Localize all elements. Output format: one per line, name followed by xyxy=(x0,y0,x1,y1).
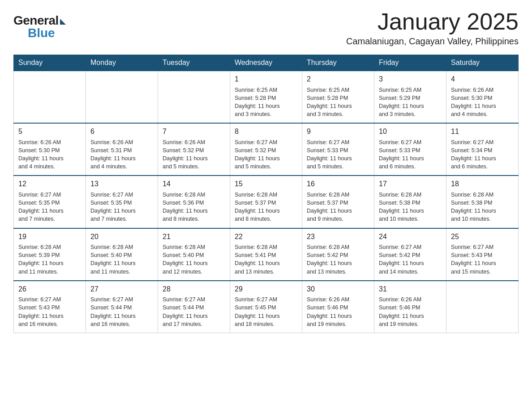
day-cell: 17Sunrise: 6:28 AMSunset: 5:38 PMDayligh… xyxy=(374,176,446,228)
day-number: 5 xyxy=(18,127,81,137)
day-cell: 23Sunrise: 6:28 AMSunset: 5:42 PMDayligh… xyxy=(302,228,374,281)
day-number: 7 xyxy=(163,127,225,137)
weekday-header-tuesday: Tuesday xyxy=(158,55,230,71)
month-title: January 2025 xyxy=(346,9,519,34)
day-number: 31 xyxy=(379,284,442,294)
day-cell: 7Sunrise: 6:26 AMSunset: 5:32 PMDaylight… xyxy=(158,123,230,176)
day-number: 30 xyxy=(307,284,369,294)
day-info: Sunrise: 6:25 AMSunset: 5:29 PMDaylight:… xyxy=(379,87,424,118)
day-cell: 2Sunrise: 6:25 AMSunset: 5:28 PMDaylight… xyxy=(302,71,374,123)
day-number: 13 xyxy=(90,179,153,189)
day-cell: 27Sunrise: 6:27 AMSunset: 5:44 PMDayligh… xyxy=(86,281,158,333)
day-info: Sunrise: 6:25 AMSunset: 5:28 PMDaylight:… xyxy=(235,87,280,118)
day-info: Sunrise: 6:26 AMSunset: 5:46 PMDaylight:… xyxy=(379,296,424,327)
week-row-1: 1Sunrise: 6:25 AMSunset: 5:28 PMDaylight… xyxy=(14,71,519,123)
day-number: 29 xyxy=(235,284,297,294)
day-cell: 12Sunrise: 6:27 AMSunset: 5:35 PMDayligh… xyxy=(14,176,86,228)
day-info: Sunrise: 6:27 AMSunset: 5:44 PMDaylight:… xyxy=(90,296,136,327)
title-area: January 2025 Camalaniugan, Cagayan Valle… xyxy=(346,9,519,47)
day-cell: 13Sunrise: 6:27 AMSunset: 5:35 PMDayligh… xyxy=(86,176,158,228)
day-cell: 26Sunrise: 6:27 AMSunset: 5:43 PMDayligh… xyxy=(14,281,86,333)
day-info: Sunrise: 6:25 AMSunset: 5:28 PMDaylight:… xyxy=(307,87,352,118)
day-cell: 5Sunrise: 6:26 AMSunset: 5:30 PMDaylight… xyxy=(14,123,86,176)
day-number: 15 xyxy=(235,179,297,189)
day-cell: 25Sunrise: 6:27 AMSunset: 5:43 PMDayligh… xyxy=(446,228,519,281)
day-number: 19 xyxy=(18,232,81,242)
day-info: Sunrise: 6:26 AMSunset: 5:31 PMDaylight:… xyxy=(90,139,136,170)
day-cell: 30Sunrise: 6:26 AMSunset: 5:46 PMDayligh… xyxy=(302,281,374,333)
day-number: 1 xyxy=(235,74,297,84)
day-info: Sunrise: 6:28 AMSunset: 5:40 PMDaylight:… xyxy=(90,244,136,275)
day-number: 6 xyxy=(90,127,153,137)
day-cell: 28Sunrise: 6:27 AMSunset: 5:44 PMDayligh… xyxy=(158,281,230,333)
day-cell: 11Sunrise: 6:27 AMSunset: 5:34 PMDayligh… xyxy=(446,123,519,176)
header: General Blue January 2025 Camalaniugan, … xyxy=(13,9,519,47)
day-info: Sunrise: 6:28 AMSunset: 5:36 PMDaylight:… xyxy=(163,192,208,223)
day-info: Sunrise: 6:26 AMSunset: 5:32 PMDaylight:… xyxy=(163,139,208,170)
day-number: 21 xyxy=(163,232,225,242)
day-info: Sunrise: 6:28 AMSunset: 5:40 PMDaylight:… xyxy=(163,244,208,275)
weekday-header-friday: Friday xyxy=(374,55,446,71)
day-cell: 4Sunrise: 6:26 AMSunset: 5:30 PMDaylight… xyxy=(446,71,519,123)
day-cell: 15Sunrise: 6:28 AMSunset: 5:37 PMDayligh… xyxy=(230,176,302,228)
day-cell: 3Sunrise: 6:25 AMSunset: 5:29 PMDaylight… xyxy=(374,71,446,123)
day-cell: 24Sunrise: 6:27 AMSunset: 5:42 PMDayligh… xyxy=(374,228,446,281)
day-number: 14 xyxy=(163,179,225,189)
day-number: 20 xyxy=(90,232,153,242)
day-info: Sunrise: 6:28 AMSunset: 5:38 PMDaylight:… xyxy=(451,192,496,223)
day-cell: 18Sunrise: 6:28 AMSunset: 5:38 PMDayligh… xyxy=(446,176,519,228)
day-number: 2 xyxy=(307,74,369,84)
day-number: 22 xyxy=(235,232,297,242)
day-info: Sunrise: 6:27 AMSunset: 5:35 PMDaylight:… xyxy=(18,192,64,223)
day-info: Sunrise: 6:26 AMSunset: 5:46 PMDaylight:… xyxy=(307,296,352,327)
weekday-header-wednesday: Wednesday xyxy=(230,55,302,71)
day-info: Sunrise: 6:27 AMSunset: 5:34 PMDaylight:… xyxy=(451,139,496,170)
day-cell: 29Sunrise: 6:27 AMSunset: 5:45 PMDayligh… xyxy=(230,281,302,333)
day-number: 23 xyxy=(307,232,369,242)
day-cell xyxy=(14,71,86,123)
calendar-table: SundayMondayTuesdayWednesdayThursdayFrid… xyxy=(13,55,519,333)
day-cell: 9Sunrise: 6:27 AMSunset: 5:33 PMDaylight… xyxy=(302,123,374,176)
day-cell: 8Sunrise: 6:27 AMSunset: 5:32 PMDaylight… xyxy=(230,123,302,176)
day-info: Sunrise: 6:27 AMSunset: 5:45 PMDaylight:… xyxy=(235,296,280,327)
day-info: Sunrise: 6:27 AMSunset: 5:33 PMDaylight:… xyxy=(307,139,352,170)
day-cell: 20Sunrise: 6:28 AMSunset: 5:40 PMDayligh… xyxy=(86,228,158,281)
day-number: 10 xyxy=(379,127,442,137)
day-info: Sunrise: 6:28 AMSunset: 5:39 PMDaylight:… xyxy=(18,244,64,275)
day-cell: 10Sunrise: 6:27 AMSunset: 5:33 PMDayligh… xyxy=(374,123,446,176)
day-number: 11 xyxy=(451,127,514,137)
location-subtitle: Camalaniugan, Cagayan Valley, Philippine… xyxy=(346,36,519,47)
day-cell: 31Sunrise: 6:26 AMSunset: 5:46 PMDayligh… xyxy=(374,281,446,333)
day-info: Sunrise: 6:27 AMSunset: 5:35 PMDaylight:… xyxy=(90,192,136,223)
day-number: 16 xyxy=(307,179,369,189)
day-cell xyxy=(86,71,158,123)
day-cell: 1Sunrise: 6:25 AMSunset: 5:28 PMDaylight… xyxy=(230,71,302,123)
day-number: 8 xyxy=(235,127,297,137)
logo: General Blue xyxy=(13,13,66,40)
day-cell: 16Sunrise: 6:28 AMSunset: 5:37 PMDayligh… xyxy=(302,176,374,228)
day-cell: 22Sunrise: 6:28 AMSunset: 5:41 PMDayligh… xyxy=(230,228,302,281)
day-info: Sunrise: 6:28 AMSunset: 5:42 PMDaylight:… xyxy=(307,244,352,275)
day-number: 27 xyxy=(90,284,153,294)
day-info: Sunrise: 6:26 AMSunset: 5:30 PMDaylight:… xyxy=(451,87,496,118)
day-cell: 6Sunrise: 6:26 AMSunset: 5:31 PMDaylight… xyxy=(86,123,158,176)
day-info: Sunrise: 6:28 AMSunset: 5:37 PMDaylight:… xyxy=(307,192,352,223)
day-cell: 21Sunrise: 6:28 AMSunset: 5:40 PMDayligh… xyxy=(158,228,230,281)
day-cell: 14Sunrise: 6:28 AMSunset: 5:36 PMDayligh… xyxy=(158,176,230,228)
day-info: Sunrise: 6:27 AMSunset: 5:33 PMDaylight:… xyxy=(379,139,424,170)
day-info: Sunrise: 6:27 AMSunset: 5:42 PMDaylight:… xyxy=(379,244,424,275)
week-row-5: 26Sunrise: 6:27 AMSunset: 5:43 PMDayligh… xyxy=(14,281,519,333)
day-info: Sunrise: 6:27 AMSunset: 5:32 PMDaylight:… xyxy=(235,139,280,170)
day-number: 3 xyxy=(379,74,442,84)
day-cell xyxy=(446,281,519,333)
week-row-2: 5Sunrise: 6:26 AMSunset: 5:30 PMDaylight… xyxy=(14,123,519,176)
day-cell xyxy=(158,71,230,123)
day-info: Sunrise: 6:28 AMSunset: 5:37 PMDaylight:… xyxy=(235,192,280,223)
day-number: 18 xyxy=(451,179,514,189)
day-number: 26 xyxy=(18,284,81,294)
logo-blue-text: Blue xyxy=(28,26,55,40)
day-number: 17 xyxy=(379,179,442,189)
weekday-header-thursday: Thursday xyxy=(302,55,374,71)
weekday-header-row: SundayMondayTuesdayWednesdayThursdayFrid… xyxy=(14,55,519,71)
day-cell: 19Sunrise: 6:28 AMSunset: 5:39 PMDayligh… xyxy=(14,228,86,281)
